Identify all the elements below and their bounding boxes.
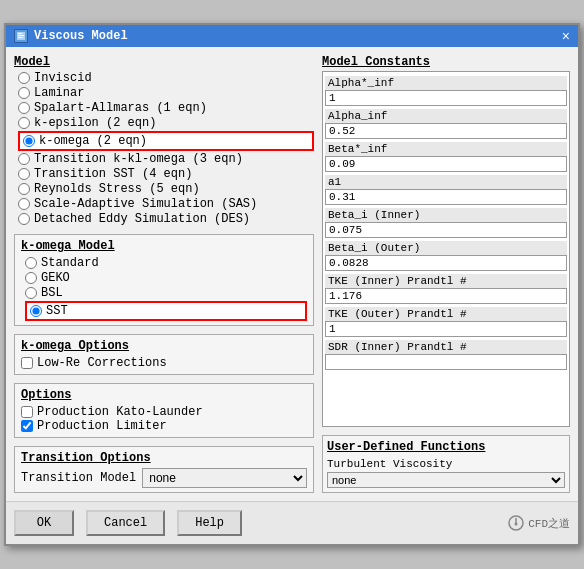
cancel-button[interactable]: Cancel	[86, 510, 165, 536]
dialog-icon	[14, 29, 28, 43]
transition-model-select[interactable]: none	[142, 468, 307, 488]
viscous-model-dialog: Viscous Model × Model Inviscid Laminar	[4, 23, 580, 546]
options-label: Options	[21, 388, 307, 402]
model-radio-transition-sst[interactable]: Transition SST (4 eqn)	[18, 167, 314, 181]
transition-options-section: Transition Options Transition Model none	[14, 446, 314, 493]
komega-radio-geko[interactable]: GEKO	[25, 271, 307, 285]
komega-radio-bsl[interactable]: BSL	[25, 286, 307, 300]
constants-list: Alpha*_inf Alpha_inf Beta*_inf a1 Beta_i…	[323, 72, 569, 373]
const-label-a1: a1	[325, 175, 567, 189]
left-panel: Model Inviscid Laminar Spalart-Allmaras …	[14, 55, 314, 493]
svg-rect-2	[18, 35, 24, 36]
const-label-beta-i-outer: Beta_i (Outer)	[325, 241, 567, 255]
ok-button[interactable]: OK	[14, 510, 74, 536]
transition-model-row: Transition Model none	[21, 468, 307, 488]
svg-point-6	[515, 523, 518, 526]
const-input-alpha-inf[interactable]	[325, 123, 567, 139]
const-label-sdr-inner: SDR (Inner) Prandtl #	[325, 340, 567, 354]
const-input-beta-star-inf[interactable]	[325, 156, 567, 172]
watermark-icon	[508, 515, 524, 531]
const-input-tke-outer[interactable]	[325, 321, 567, 337]
udf-title: User-Defined Functions	[327, 440, 565, 454]
const-label-tke-outer: TKE (Outer) Prandtl #	[325, 307, 567, 321]
model-radio-laminar[interactable]: Laminar	[18, 86, 314, 100]
production-kato-checkbox[interactable]: Production Kato-Launder	[21, 405, 307, 419]
dialog-footer: OK Cancel Help CFD之道	[6, 501, 578, 544]
model-section-label: Model	[14, 55, 314, 69]
const-input-beta-i-inner[interactable]	[325, 222, 567, 238]
low-re-corrections-checkbox[interactable]: Low-Re Corrections	[21, 356, 307, 370]
komega-radio-group: Standard GEKO BSL SST	[21, 256, 307, 321]
const-input-a1[interactable]	[325, 189, 567, 205]
const-input-sdr-inner[interactable]	[325, 354, 567, 370]
watermark: CFD之道	[508, 515, 570, 531]
const-label-alpha-star-inf: Alpha*_inf	[325, 76, 567, 90]
komega-options-label: k-omega Options	[21, 339, 307, 353]
svg-rect-1	[18, 33, 22, 34]
const-input-beta-i-outer[interactable]	[325, 255, 567, 271]
komega-model-label: k-omega Model	[21, 239, 307, 253]
const-label-beta-i-inner: Beta_i (Inner)	[325, 208, 567, 222]
help-button[interactable]: Help	[177, 510, 242, 536]
udf-turbulent-viscosity-label: Turbulent Viscosity	[327, 458, 565, 470]
udf-turbulent-viscosity-select[interactable]: none	[327, 472, 565, 488]
transition-model-label: Transition Model	[21, 471, 136, 485]
komega-options-section: k-omega Options Low-Re Corrections	[14, 334, 314, 375]
const-label-beta-star-inf: Beta*_inf	[325, 142, 567, 156]
title-bar-left: Viscous Model	[14, 29, 128, 43]
const-input-alpha-star-inf[interactable]	[325, 90, 567, 106]
model-radio-sas[interactable]: Scale-Adaptive Simulation (SAS)	[18, 197, 314, 211]
model-radio-des[interactable]: Detached Eddy Simulation (DES)	[18, 212, 314, 226]
udf-panel: User-Defined Functions Turbulent Viscosi…	[322, 435, 570, 493]
dialog-body: Model Inviscid Laminar Spalart-Allmaras …	[6, 47, 578, 501]
dialog-title: Viscous Model	[34, 29, 128, 43]
komega-model-section: k-omega Model Standard GEKO BSL	[14, 234, 314, 326]
model-radio-reynolds[interactable]: Reynolds Stress (5 eqn)	[18, 182, 314, 196]
model-radio-spalart[interactable]: Spalart-Allmaras (1 eqn)	[18, 101, 314, 115]
model-radio-transition-kklomega[interactable]: Transition k-kl-omega (3 eqn)	[18, 152, 314, 166]
model-radio-komega[interactable]: k-omega (2 eqn)	[18, 131, 314, 151]
komega-radio-standard[interactable]: Standard	[25, 256, 307, 270]
title-bar: Viscous Model ×	[6, 25, 578, 47]
constants-title: Model Constants	[322, 55, 570, 69]
model-radio-group: Inviscid Laminar Spalart-Allmaras (1 eqn…	[14, 71, 314, 226]
model-section: Model Inviscid Laminar Spalart-Allmaras …	[14, 55, 314, 226]
production-limiter-checkbox[interactable]: Production Limiter	[21, 419, 307, 433]
constants-scroll[interactable]: Alpha*_inf Alpha_inf Beta*_inf a1 Beta_i…	[322, 71, 570, 427]
const-label-tke-inner: TKE (Inner) Prandtl #	[325, 274, 567, 288]
const-input-tke-inner[interactable]	[325, 288, 567, 304]
close-button[interactable]: ×	[562, 29, 570, 43]
options-section: Options Production Kato-Launder Producti…	[14, 383, 314, 438]
transition-options-label: Transition Options	[21, 451, 307, 465]
const-label-alpha-inf: Alpha_inf	[325, 109, 567, 123]
model-radio-inviscid[interactable]: Inviscid	[18, 71, 314, 85]
model-radio-kepsilon[interactable]: k-epsilon (2 eqn)	[18, 116, 314, 130]
watermark-text: CFD之道	[528, 516, 570, 531]
right-panel: Model Constants Alpha*_inf Alpha_inf Bet…	[322, 55, 570, 493]
svg-rect-3	[18, 37, 23, 38]
komega-radio-sst[interactable]: SST	[25, 301, 307, 321]
